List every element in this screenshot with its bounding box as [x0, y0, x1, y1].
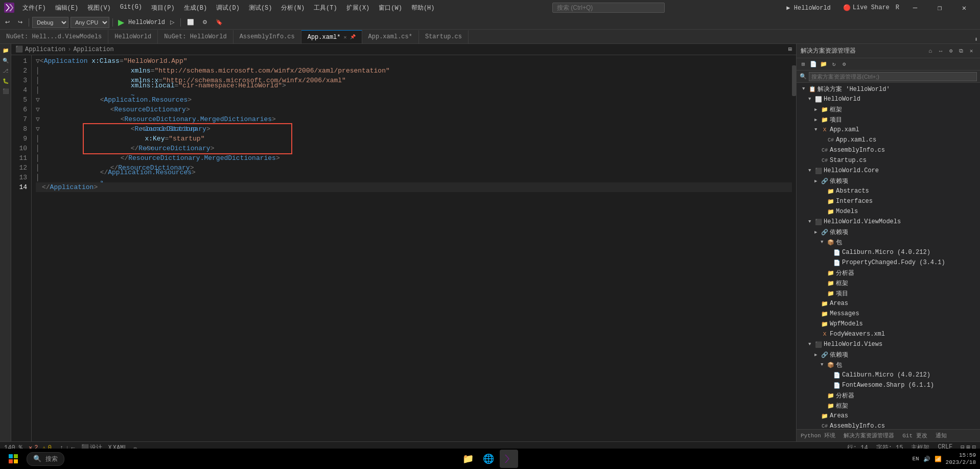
menu-edit[interactable]: 编辑(E) [51, 3, 83, 13]
expand-icon-1[interactable]: ▽ [36, 56, 40, 66]
tree-item-assemblyinfo[interactable]: C# AssemblyInfo.cs [797, 145, 980, 155]
tree-item-core-project[interactable]: ▼ ⬛ HelloWorld.Core [797, 166, 980, 176]
tab-pin-icon[interactable]: 📌 [350, 34, 356, 40]
sol-btn-3[interactable]: 📁 [819, 60, 828, 69]
tree-item-fodyweavers[interactable]: X FodyWeavers.xml [797, 329, 980, 339]
tab-startup[interactable]: Startup.cs [419, 30, 469, 43]
tree-item-interfaces[interactable]: 📁 Interfaces [797, 196, 980, 206]
menu-test[interactable]: 测试(S) [245, 3, 276, 13]
tab-helloworld[interactable]: HelloWorld [108, 30, 158, 43]
tree-item-views-assemblyinfo[interactable]: C# AssemblyInfo.cs [797, 421, 980, 429]
tree-item-app-xaml-cs[interactable]: C# App.xaml.cs [797, 135, 980, 145]
start-button[interactable] [4, 450, 22, 468]
maximize-button[interactable]: ❐ [928, 0, 951, 15]
taskbar-search[interactable]: 🔍 搜索 [27, 452, 64, 466]
menu-project[interactable]: 项目(P) [147, 3, 179, 13]
tree-item-areas[interactable]: 📁 Areas [797, 298, 980, 309]
tree-item-messages[interactable]: 📁 Messages [797, 309, 980, 319]
activity-explorer[interactable]: 📁 [1, 46, 10, 55]
run-label[interactable]: HelloWorld [128, 19, 165, 26]
panel-settings-btn[interactable]: ⚙ [946, 46, 955, 56]
tree-item-views-deps[interactable]: ▶ 🔗 依赖项 [797, 349, 980, 360]
breadcrumb-item-1[interactable]: Application [25, 46, 65, 53]
taskbar-edge[interactable]: 🌐 [479, 450, 498, 468]
menu-git[interactable]: Git(G) [116, 3, 146, 13]
tree-item-app-xaml[interactable]: ▼ X App.xaml [797, 125, 980, 135]
panel-sync-btn[interactable]: ↔ [936, 46, 945, 56]
tree-item-views-caliburn[interactable]: 📄 Caliburn.Micro (4.0.212) [797, 370, 980, 380]
sol-btn-1[interactable]: ⊞ [799, 60, 808, 69]
code-content[interactable]: ▽ <Application x:Class="HelloWorld.App" … [32, 55, 792, 441]
redo-button[interactable]: ↪ [15, 17, 26, 28]
tab-app-xaml[interactable]: App.xaml* ✕ 📌 [301, 30, 362, 43]
sol-btn-5[interactable]: ⚙ [839, 60, 849, 69]
attach-button[interactable]: ▷ [167, 17, 177, 28]
python-env[interactable]: Python 环境 [801, 432, 835, 439]
tree-item-items[interactable]: ▶ 📁 项目 [797, 114, 980, 125]
tree-item-solution[interactable]: ▼ 📋 解决方案 'HelloWorld' [797, 84, 980, 94]
volume-icon[interactable]: 🔊 [923, 456, 930, 462]
sol-btn-4[interactable]: ↻ [829, 60, 838, 69]
tree-item-views-analyzer[interactable]: 📁 分析器 [797, 390, 980, 401]
live-share-label[interactable]: Live Share [853, 4, 890, 11]
menu-tools[interactable]: 工具(T) [310, 3, 341, 13]
tab-close-icon[interactable]: ✕ [344, 34, 347, 40]
undo-button[interactable]: ↩ [2, 17, 13, 28]
scrollbar-thumb[interactable] [792, 65, 796, 96]
tree-item-vm-items[interactable]: 📁 项目 [797, 288, 980, 298]
taskbar-clock[interactable]: 15:59 2023/2/18 [946, 452, 976, 466]
panel-close-btn[interactable]: ✕ [967, 46, 976, 56]
close-button[interactable]: ✕ [952, 0, 976, 15]
breadcrumb-item-2[interactable]: Application [73, 46, 113, 53]
tab-nuget-viewmodels[interactable]: NuGet: Hell...d.ViewModels [0, 30, 108, 43]
tree-item-propertyfody[interactable]: 📄 PropertyChanged.Fody (3.4.1) [797, 257, 980, 268]
tree-item-fontawesome[interactable]: 📄 FontAwesome.Sharp (6.1.1) [797, 380, 980, 390]
toolbar-btn-3[interactable]: 🔖 [213, 17, 226, 28]
tab-nuget-helloworld[interactable]: NuGet: HelloWorld [158, 30, 233, 43]
tree-item-views-pkg[interactable]: ▼ 📦 包 [797, 360, 980, 370]
tab-assemblyinfo[interactable]: AssemblyInfo.cs [234, 30, 301, 43]
menu-extensions[interactable]: 扩展(X) [342, 3, 374, 13]
menu-view[interactable]: 视图(V) [83, 3, 115, 13]
tree-item-views-project[interactable]: ▼ ⬛ HelloWorld.Views [797, 339, 980, 349]
minimize-button[interactable]: — [903, 0, 927, 15]
toolbar-btn-2[interactable]: ⚙ [199, 17, 211, 28]
tree-item-vm-analyzer[interactable]: 📁 分析器 [797, 268, 980, 278]
tree-item-core-deps[interactable]: ▶ 🔗 依赖项 [797, 176, 980, 186]
taskbar-explorer[interactable]: 📁 [459, 450, 477, 468]
tree-item-wpfmodels[interactable]: 📁 WpfModels [797, 319, 980, 329]
debug-mode-select[interactable]: Debug Release [32, 17, 68, 28]
account-icon[interactable]: R [896, 4, 899, 11]
activity-git[interactable]: ⎇ [1, 66, 10, 76]
tree-item-views-framework[interactable]: 📁 框架 [797, 401, 980, 411]
tab-app-xaml-cs[interactable]: App.xaml.cs* [362, 30, 419, 43]
menu-help[interactable]: 帮助(H) [407, 3, 439, 13]
menu-window[interactable]: 窗口(W) [375, 3, 406, 13]
solution-search-input[interactable] [809, 72, 977, 81]
solution-explorer-link[interactable]: 解决方案资源管理器 [844, 432, 894, 439]
tree-item-frameworks[interactable]: ▶ 📁 框架 [797, 104, 980, 114]
activity-extensions[interactable]: ⬛ [1, 87, 10, 96]
activity-search[interactable]: 🔍 [1, 56, 10, 65]
tree-item-startup[interactable]: C# Startup.cs [797, 155, 980, 166]
notifications[interactable]: 通知 [936, 432, 947, 439]
menu-file[interactable]: 文件(F) [18, 3, 50, 13]
tree-item-views-areas[interactable]: 📁 Areas [797, 411, 980, 421]
menu-debug[interactable]: 调试(D) [212, 3, 244, 13]
activity-debug[interactable]: 🐛 [1, 77, 10, 86]
sol-btn-2[interactable]: 📄 [809, 60, 818, 69]
split-editor-icon[interactable]: ⊞ [788, 45, 792, 53]
tree-item-vm-pkg[interactable]: ▼ 📦 包 [797, 237, 980, 247]
tree-item-vm-framework[interactable]: 📁 框架 [797, 278, 980, 288]
tab-overflow-icon[interactable]: ⬇ [974, 36, 978, 43]
run-button[interactable]: ▶ [116, 17, 126, 27]
toolbar-btn-1[interactable]: ⬜ [184, 17, 197, 28]
tree-item-vm-deps[interactable]: ▶ 🔗 依赖项 [797, 227, 980, 237]
tree-item-viewmodels-project[interactable]: ▼ ⬛ HelloWorld.ViewModels [797, 217, 980, 227]
menu-analyze[interactable]: 分析(N) [277, 3, 309, 13]
taskbar-vs[interactable] [500, 450, 518, 468]
git-changes[interactable]: Git 更改 [902, 432, 927, 439]
network-icon[interactable]: 📶 [935, 456, 942, 462]
tree-item-models[interactable]: 📁 Models [797, 206, 980, 217]
title-search-input[interactable] [552, 3, 665, 13]
